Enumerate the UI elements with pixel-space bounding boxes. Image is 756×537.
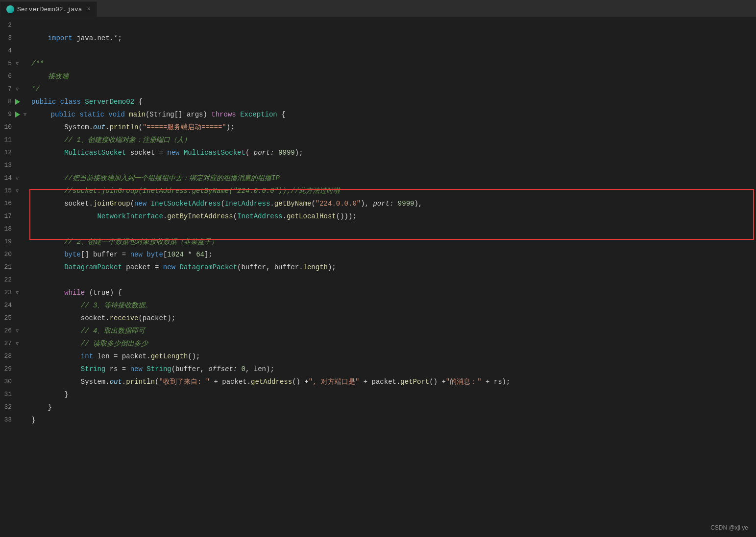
- line-number: 16: [0, 197, 14, 210]
- line-gutter: 18: [0, 223, 29, 235]
- line-gutter: 28: [0, 350, 29, 363]
- line-gutter: 32: [0, 401, 29, 414]
- line-content: byte[] buffer = new byte[1024 * 64];: [29, 248, 756, 261]
- line-number: 6: [0, 70, 14, 83]
- code-line: 31 }: [0, 388, 756, 401]
- line-gutter: 3: [0, 32, 29, 45]
- code-line: 7▽*/: [0, 83, 756, 95]
- line-content: // 4、取出数据即可: [29, 325, 756, 337]
- line-gutter: 25: [0, 312, 29, 325]
- line-content: import java.net.*;: [29, 32, 756, 45]
- line-gutter: 20: [0, 248, 29, 261]
- line-content: DatagramPacket packet = new DatagramPack…: [29, 261, 756, 274]
- code-line: 4: [0, 45, 756, 57]
- line-content: MulticastSocket socket = new MulticastSo…: [29, 146, 756, 159]
- code-line: 29 String rs = new String(buffer, offset…: [0, 363, 756, 375]
- line-number: 31: [0, 388, 14, 401]
- code-line: 24 // 3、等待接收数据。: [0, 299, 756, 312]
- line-gutter: 27▽: [0, 337, 29, 350]
- code-line: 22: [0, 274, 756, 286]
- line-gutter: 21: [0, 261, 29, 274]
- run-icon[interactable]: [14, 98, 22, 106]
- line-number: 17: [0, 210, 14, 223]
- line-gutter: 5▽: [0, 57, 29, 70]
- fold-icon[interactable]: ▽: [14, 340, 21, 347]
- line-content: // 3、等待接收数据。: [29, 299, 756, 312]
- line-gutter: 31: [0, 388, 29, 401]
- file-tab-icon: [6, 5, 14, 13]
- code-line: 25 socket.receive(packet);: [0, 312, 756, 325]
- file-tab-label: ServerDemo02.java: [17, 6, 82, 13]
- line-gutter: 15▽: [0, 185, 29, 197]
- line-gutter: 12: [0, 146, 29, 159]
- line-number: 5: [0, 57, 14, 70]
- line-number: 21: [0, 261, 14, 274]
- line-number: 25: [0, 312, 14, 325]
- code-line: 9▽ public static void main(String[] args…: [0, 108, 756, 121]
- line-content: public static void main(String[] args) t…: [32, 108, 756, 121]
- code-line: 12 MulticastSocket socket = new Multicas…: [0, 146, 756, 159]
- line-content: // 读取多少倒出多少: [29, 337, 756, 350]
- line-gutter: 6: [0, 70, 29, 83]
- code-line: 5▽/**: [0, 57, 756, 70]
- code-line: 14▽ //把当前接收端加入到一个组播组中去：绑定对应的组播消息的组播IP: [0, 172, 756, 185]
- line-gutter: 8: [0, 95, 29, 108]
- fold-icon[interactable]: ▽: [14, 175, 21, 182]
- code-line: 17 NetworkInterface.getByInetAddress(Ine…: [0, 210, 756, 223]
- code-line: 32 }: [0, 401, 756, 414]
- code-line: 26▽ // 4、取出数据即可: [0, 325, 756, 337]
- line-content: public class ServerDemo02 {: [29, 95, 756, 108]
- line-number: 32: [0, 401, 14, 414]
- code-line: 8public class ServerDemo02 {: [0, 95, 756, 108]
- line-number: 10: [0, 121, 14, 134]
- line-content: }: [29, 388, 756, 401]
- line-content: socket.joinGroup(new InetSocketAddress(I…: [29, 197, 756, 210]
- line-content: String rs = new String(buffer, offset: 0…: [29, 363, 756, 375]
- line-number: 30: [0, 375, 14, 388]
- code-line: 11 // 1、创建接收端对象：注册端口（人）: [0, 134, 756, 146]
- line-number: 14: [0, 172, 14, 185]
- line-gutter: 9▽: [0, 108, 32, 121]
- line-gutter: 11: [0, 134, 29, 146]
- line-number: 24: [0, 299, 14, 312]
- fold-icon[interactable]: ▽: [14, 187, 21, 194]
- line-number: 9: [0, 108, 14, 121]
- fold-icon[interactable]: ▽: [22, 111, 28, 118]
- line-gutter: 17: [0, 210, 29, 223]
- line-gutter: 16: [0, 197, 29, 210]
- fold-icon[interactable]: ▽: [14, 289, 21, 296]
- code-line: 19 // 2、创建一个数据包对象接收数据（韭菜盆子）: [0, 235, 756, 248]
- line-content: /**: [29, 57, 756, 70]
- line-gutter: 14▽: [0, 172, 29, 185]
- tab-close-button[interactable]: ×: [87, 6, 91, 13]
- line-number: 3: [0, 32, 14, 45]
- fold-icon[interactable]: ▽: [14, 60, 21, 67]
- code-line: 18: [0, 223, 756, 235]
- run-icon[interactable]: [14, 111, 22, 118]
- line-gutter: 23▽: [0, 286, 29, 299]
- line-gutter: 33: [0, 414, 29, 426]
- code-line: 28 int len = packet.getLength();: [0, 350, 756, 363]
- file-tab[interactable]: ServerDemo02.java ×: [0, 1, 97, 17]
- line-number: 20: [0, 248, 14, 261]
- line-content: */: [29, 83, 756, 95]
- line-content: int len = packet.getLength();: [29, 350, 756, 363]
- code-line: 15▽ //socket.joinGroup(InetAddress.getBy…: [0, 185, 756, 197]
- line-number: 29: [0, 363, 14, 375]
- code-line: 13: [0, 159, 756, 172]
- line-number: 28: [0, 350, 14, 363]
- line-number: 19: [0, 235, 14, 248]
- line-gutter: 7▽: [0, 83, 29, 95]
- line-number: 23: [0, 286, 14, 299]
- code-line: 16 socket.joinGroup(new InetSocketAddres…: [0, 197, 756, 210]
- fold-icon[interactable]: ▽: [14, 327, 21, 334]
- line-number: 18: [0, 223, 14, 235]
- code-line: 2: [0, 19, 756, 32]
- line-content: //把当前接收端加入到一个组播组中去：绑定对应的组播消息的组播IP: [29, 172, 756, 185]
- fold-icon[interactable]: ▽: [14, 86, 21, 93]
- line-gutter: 26▽: [0, 325, 29, 337]
- line-content: }: [29, 414, 756, 426]
- code-line: 30 System.out.println("收到了来自: " + packet…: [0, 375, 756, 388]
- code-line: 27▽ // 读取多少倒出多少: [0, 337, 756, 350]
- line-number: 13: [0, 159, 14, 172]
